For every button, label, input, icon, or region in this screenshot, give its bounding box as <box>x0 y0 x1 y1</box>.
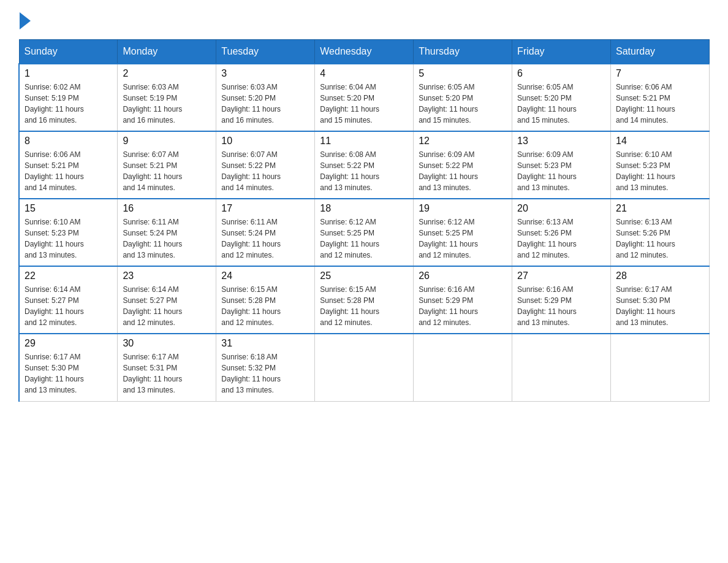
day-info: Sunrise: 6:10 AM Sunset: 5:23 PM Dayligh… <box>25 216 112 261</box>
calendar-day-cell: 1 Sunrise: 6:02 AM Sunset: 5:19 PM Dayli… <box>19 64 118 131</box>
day-info: Sunrise: 6:18 AM Sunset: 5:32 PM Dayligh… <box>221 351 309 396</box>
day-number: 14 <box>616 136 704 147</box>
day-number: 21 <box>616 203 704 214</box>
calendar-header-row: SundayMondayTuesdayWednesdayThursdayFrid… <box>19 40 710 64</box>
day-info: Sunrise: 6:10 AM Sunset: 5:23 PM Dayligh… <box>616 149 704 193</box>
day-number: 8 <box>25 136 112 147</box>
calendar-day-cell: 31 Sunrise: 6:18 AM Sunset: 5:32 PM Dayl… <box>216 334 315 401</box>
day-info: Sunrise: 6:14 AM Sunset: 5:27 PM Dayligh… <box>123 284 211 328</box>
calendar-week-row: 29 Sunrise: 6:17 AM Sunset: 5:30 PM Dayl… <box>19 334 710 401</box>
day-info: Sunrise: 6:11 AM Sunset: 5:24 PM Dayligh… <box>123 216 211 261</box>
day-info: Sunrise: 6:15 AM Sunset: 5:28 PM Dayligh… <box>320 284 408 328</box>
logo <box>18 12 31 27</box>
calendar-day-cell: 10 Sunrise: 6:07 AM Sunset: 5:22 PM Dayl… <box>216 131 315 199</box>
calendar-day-cell: 12 Sunrise: 6:09 AM Sunset: 5:22 PM Dayl… <box>414 131 512 199</box>
calendar-day-cell: 4 Sunrise: 6:04 AM Sunset: 5:20 PM Dayli… <box>315 64 414 131</box>
logo-arrow-icon <box>20 12 31 29</box>
day-number: 16 <box>123 203 211 214</box>
day-info: Sunrise: 6:11 AM Sunset: 5:24 PM Dayligh… <box>221 216 309 261</box>
day-number: 11 <box>320 136 408 147</box>
calendar-day-cell: 21 Sunrise: 6:13 AM Sunset: 5:26 PM Dayl… <box>611 199 710 266</box>
column-header-friday: Friday <box>512 40 611 64</box>
calendar-week-row: 8 Sunrise: 6:06 AM Sunset: 5:21 PM Dayli… <box>19 131 710 199</box>
calendar-day-cell: 28 Sunrise: 6:17 AM Sunset: 5:30 PM Dayl… <box>611 266 710 334</box>
day-info: Sunrise: 6:17 AM Sunset: 5:31 PM Dayligh… <box>123 351 211 396</box>
calendar-day-cell: 13 Sunrise: 6:09 AM Sunset: 5:23 PM Dayl… <box>512 131 611 199</box>
column-header-thursday: Thursday <box>414 40 512 64</box>
day-info: Sunrise: 6:13 AM Sunset: 5:26 PM Dayligh… <box>517 216 605 261</box>
column-header-sunday: Sunday <box>19 40 118 64</box>
day-number: 10 <box>221 136 309 147</box>
calendar-week-row: 1 Sunrise: 6:02 AM Sunset: 5:19 PM Dayli… <box>19 64 710 131</box>
day-info: Sunrise: 6:03 AM Sunset: 5:19 PM Dayligh… <box>123 82 211 126</box>
calendar-day-cell: 2 Sunrise: 6:03 AM Sunset: 5:19 PM Dayli… <box>118 64 216 131</box>
day-number: 1 <box>25 68 112 79</box>
calendar-day-cell <box>512 334 611 401</box>
day-number: 24 <box>221 270 309 282</box>
day-info: Sunrise: 6:09 AM Sunset: 5:22 PM Dayligh… <box>419 149 507 193</box>
day-info: Sunrise: 6:17 AM Sunset: 5:30 PM Dayligh… <box>616 284 704 328</box>
day-number: 13 <box>517 136 605 147</box>
calendar-day-cell <box>611 334 710 401</box>
day-info: Sunrise: 6:09 AM Sunset: 5:23 PM Dayligh… <box>517 149 605 193</box>
calendar-day-cell: 15 Sunrise: 6:10 AM Sunset: 5:23 PM Dayl… <box>19 199 118 266</box>
day-number: 15 <box>25 203 112 214</box>
day-number: 2 <box>123 68 211 79</box>
day-info: Sunrise: 6:07 AM Sunset: 5:21 PM Dayligh… <box>123 149 211 193</box>
day-info: Sunrise: 6:12 AM Sunset: 5:25 PM Dayligh… <box>320 216 408 261</box>
calendar-week-row: 15 Sunrise: 6:10 AM Sunset: 5:23 PM Dayl… <box>19 199 710 266</box>
day-number: 19 <box>419 203 507 214</box>
day-info: Sunrise: 6:16 AM Sunset: 5:29 PM Dayligh… <box>419 284 507 328</box>
calendar-day-cell <box>414 334 512 401</box>
calendar-day-cell: 11 Sunrise: 6:08 AM Sunset: 5:22 PM Dayl… <box>315 131 414 199</box>
day-info: Sunrise: 6:04 AM Sunset: 5:20 PM Dayligh… <box>320 82 408 126</box>
day-info: Sunrise: 6:12 AM Sunset: 5:25 PM Dayligh… <box>419 216 507 261</box>
calendar-day-cell: 30 Sunrise: 6:17 AM Sunset: 5:31 PM Dayl… <box>118 334 216 401</box>
day-info: Sunrise: 6:03 AM Sunset: 5:20 PM Dayligh… <box>221 82 309 126</box>
day-number: 29 <box>25 338 112 349</box>
day-number: 4 <box>320 68 408 79</box>
column-header-monday: Monday <box>118 40 216 64</box>
calendar-week-row: 22 Sunrise: 6:14 AM Sunset: 5:27 PM Dayl… <box>19 266 710 334</box>
calendar-day-cell: 25 Sunrise: 6:15 AM Sunset: 5:28 PM Dayl… <box>315 266 414 334</box>
calendar-day-cell: 26 Sunrise: 6:16 AM Sunset: 5:29 PM Dayl… <box>414 266 512 334</box>
day-info: Sunrise: 6:05 AM Sunset: 5:20 PM Dayligh… <box>517 82 605 126</box>
calendar-day-cell: 9 Sunrise: 6:07 AM Sunset: 5:21 PM Dayli… <box>118 131 216 199</box>
day-number: 25 <box>320 270 408 282</box>
day-number: 28 <box>616 270 704 282</box>
calendar-day-cell: 20 Sunrise: 6:13 AM Sunset: 5:26 PM Dayl… <box>512 199 611 266</box>
column-header-saturday: Saturday <box>611 40 710 64</box>
day-number: 20 <box>517 203 605 214</box>
calendar-day-cell: 16 Sunrise: 6:11 AM Sunset: 5:24 PM Dayl… <box>118 199 216 266</box>
day-number: 31 <box>221 338 309 349</box>
day-number: 26 <box>419 270 507 282</box>
day-number: 18 <box>320 203 408 214</box>
column-header-tuesday: Tuesday <box>216 40 315 64</box>
day-info: Sunrise: 6:13 AM Sunset: 5:26 PM Dayligh… <box>616 216 704 261</box>
day-info: Sunrise: 6:17 AM Sunset: 5:30 PM Dayligh… <box>25 351 112 396</box>
day-number: 6 <box>517 68 605 79</box>
calendar-day-cell: 6 Sunrise: 6:05 AM Sunset: 5:20 PM Dayli… <box>512 64 611 131</box>
calendar-day-cell: 22 Sunrise: 6:14 AM Sunset: 5:27 PM Dayl… <box>19 266 118 334</box>
calendar-day-cell: 5 Sunrise: 6:05 AM Sunset: 5:20 PM Dayli… <box>414 64 512 131</box>
day-info: Sunrise: 6:14 AM Sunset: 5:27 PM Dayligh… <box>25 284 112 328</box>
calendar-table: SundayMondayTuesdayWednesdayThursdayFrid… <box>18 39 710 402</box>
calendar-day-cell: 19 Sunrise: 6:12 AM Sunset: 5:25 PM Dayl… <box>414 199 512 266</box>
day-number: 27 <box>517 270 605 282</box>
day-number: 5 <box>419 68 507 79</box>
day-info: Sunrise: 6:02 AM Sunset: 5:19 PM Dayligh… <box>25 82 112 126</box>
calendar-day-cell: 17 Sunrise: 6:11 AM Sunset: 5:24 PM Dayl… <box>216 199 315 266</box>
day-number: 3 <box>221 68 309 79</box>
calendar-day-cell: 18 Sunrise: 6:12 AM Sunset: 5:25 PM Dayl… <box>315 199 414 266</box>
day-info: Sunrise: 6:16 AM Sunset: 5:29 PM Dayligh… <box>517 284 605 328</box>
day-info: Sunrise: 6:07 AM Sunset: 5:22 PM Dayligh… <box>221 149 309 193</box>
day-info: Sunrise: 6:05 AM Sunset: 5:20 PM Dayligh… <box>419 82 507 126</box>
day-number: 12 <box>419 136 507 147</box>
calendar-day-cell: 14 Sunrise: 6:10 AM Sunset: 5:23 PM Dayl… <box>611 131 710 199</box>
day-info: Sunrise: 6:15 AM Sunset: 5:28 PM Dayligh… <box>221 284 309 328</box>
page-header <box>18 12 710 27</box>
day-info: Sunrise: 6:06 AM Sunset: 5:21 PM Dayligh… <box>616 82 704 126</box>
day-number: 22 <box>25 270 112 282</box>
calendar-day-cell: 7 Sunrise: 6:06 AM Sunset: 5:21 PM Dayli… <box>611 64 710 131</box>
day-number: 23 <box>123 270 211 282</box>
